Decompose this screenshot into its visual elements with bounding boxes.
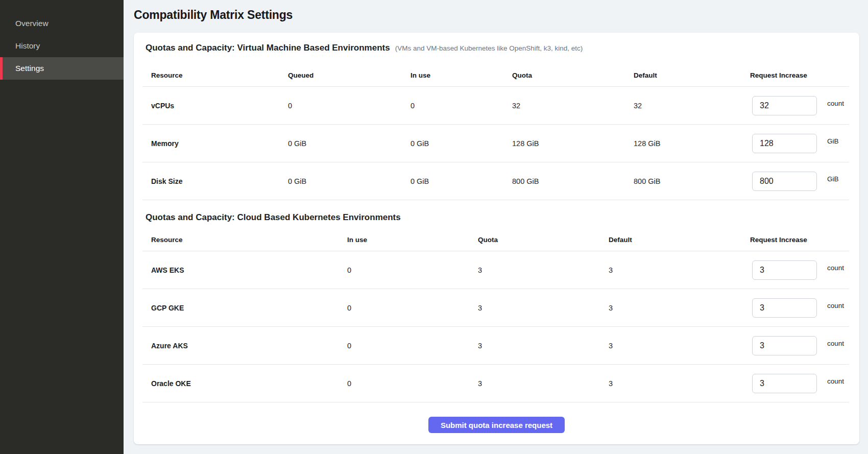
unit-label: count — [827, 302, 844, 309]
resource-cell: Oracle OKE — [142, 379, 347, 388]
in-use-cell: 0 — [347, 304, 478, 312]
column-header: Resource — [142, 71, 288, 86]
cloud-section-title: Quotas and Capacity: Cloud Based Kuberne… — [146, 212, 401, 223]
column-header: Default — [634, 71, 750, 86]
in-use-cell: 0 — [347, 266, 478, 274]
sidebar-item-overview[interactable]: Overview — [0, 12, 124, 35]
quota-cell: 32 — [512, 102, 634, 110]
request-increase-input[interactable] — [752, 298, 817, 318]
column-header: Queued — [288, 71, 411, 86]
vm-section-subtitle: (VMs and VM-based Kubernetes like OpenSh… — [395, 44, 583, 52]
quota-cell: 3 — [478, 342, 609, 350]
button-row: Submit quota increase request — [134, 417, 859, 433]
default-cell: 3 — [609, 266, 750, 274]
sidebar-item-history[interactable]: History — [0, 35, 124, 57]
table-row: Oracle OKE033count — [142, 365, 849, 402]
quota-cell: 128 GiB — [512, 139, 634, 148]
table-row: Memory0 GiB0 GiB128 GiB128 GiBGiB — [142, 125, 849, 162]
table-row: Disk Size0 GiB0 GiB800 GiB800 GiBGiB — [142, 162, 849, 200]
resource-cell: Azure AKS — [142, 342, 347, 350]
settings-card: Quotas and Capacity: Virtual Machine Bas… — [134, 33, 859, 444]
in-use-cell: 0 — [347, 379, 478, 388]
column-header: Resource — [142, 236, 347, 251]
column-header: In use — [347, 236, 478, 251]
request-increase-input[interactable] — [752, 172, 817, 191]
column-header: Request Increase — [750, 236, 849, 251]
default-cell: 3 — [609, 304, 750, 312]
request-increase-cell: GiB — [750, 172, 849, 191]
column-header: In use — [411, 71, 512, 86]
quota-cell: 800 GiB — [512, 177, 634, 185]
default-cell: 3 — [609, 379, 750, 388]
table-row: GCP GKE033count — [142, 289, 849, 327]
resource-cell: GCP GKE — [142, 304, 347, 312]
queued-cell: 0 GiB — [288, 139, 411, 148]
unit-label: count — [827, 100, 844, 107]
request-increase-input[interactable] — [752, 96, 817, 115]
cloud-quota-table: ResourceIn useQuotaDefaultRequest Increa… — [142, 223, 849, 402]
page-title: Compatibility Matrix Settings — [134, 7, 859, 22]
queued-cell: 0 GiB — [288, 177, 411, 185]
table-header-row: ResourceIn useQuotaDefaultRequest Increa… — [142, 223, 849, 251]
table-row: AWS EKS033count — [142, 251, 849, 289]
unit-label: count — [827, 264, 844, 272]
vm-section-title: Quotas and Capacity: Virtual Machine Bas… — [146, 43, 390, 53]
request-increase-input[interactable] — [752, 374, 817, 393]
request-increase-input[interactable] — [752, 336, 817, 355]
resource-cell: Disk Size — [142, 177, 288, 185]
resource-cell: Memory — [142, 139, 288, 148]
request-increase-cell: count — [750, 260, 849, 280]
request-increase-cell: count — [750, 374, 849, 393]
table-row: vCPUs003232count — [142, 87, 849, 125]
in-use-cell: 0 — [411, 102, 512, 110]
default-cell: 3 — [609, 342, 750, 350]
unit-label: GiB — [827, 175, 839, 183]
unit-label: GiB — [827, 137, 839, 145]
column-header: Quota — [512, 71, 634, 86]
main-content: Compatibility Matrix Settings Quotas and… — [124, 0, 868, 454]
request-increase-cell: count — [750, 336, 849, 355]
in-use-cell: 0 GiB — [411, 177, 512, 185]
column-header: Default — [609, 236, 750, 251]
table-row: Azure AKS033count — [142, 327, 849, 365]
default-cell: 32 — [634, 102, 750, 110]
unit-label: count — [827, 340, 844, 347]
unit-label: count — [827, 377, 844, 385]
default-cell: 800 GiB — [634, 177, 750, 185]
quota-cell: 3 — [478, 304, 609, 312]
submit-quota-button[interactable]: Submit quota increase request — [428, 417, 565, 433]
request-increase-input[interactable] — [752, 260, 817, 280]
column-header: Request Increase — [750, 71, 849, 86]
column-header: Quota — [478, 236, 609, 251]
table-header-row: ResourceQueuedIn useQuotaDefaultRequest … — [142, 53, 849, 87]
in-use-cell: 0 — [347, 342, 478, 350]
quota-cell: 3 — [478, 379, 609, 388]
request-increase-input[interactable] — [752, 134, 817, 153]
resource-cell: AWS EKS — [142, 266, 347, 274]
sidebar-nav: OverviewHistorySettings — [0, 12, 124, 80]
in-use-cell: 0 GiB — [411, 139, 512, 148]
sidebar: OverviewHistorySettings — [0, 0, 124, 454]
cloud-section-header: Quotas and Capacity: Cloud Based Kuberne… — [134, 200, 859, 223]
queued-cell: 0 — [288, 102, 411, 110]
request-increase-cell: count — [750, 96, 849, 115]
sidebar-item-settings[interactable]: Settings — [0, 57, 124, 80]
request-increase-cell: GiB — [750, 134, 849, 153]
default-cell: 128 GiB — [634, 139, 750, 148]
vm-quota-table: ResourceQueuedIn useQuotaDefaultRequest … — [142, 53, 849, 200]
resource-cell: vCPUs — [142, 102, 288, 110]
vm-section-header: Quotas and Capacity: Virtual Machine Bas… — [134, 33, 859, 53]
request-increase-cell: count — [750, 298, 849, 318]
quota-cell: 3 — [478, 266, 609, 274]
